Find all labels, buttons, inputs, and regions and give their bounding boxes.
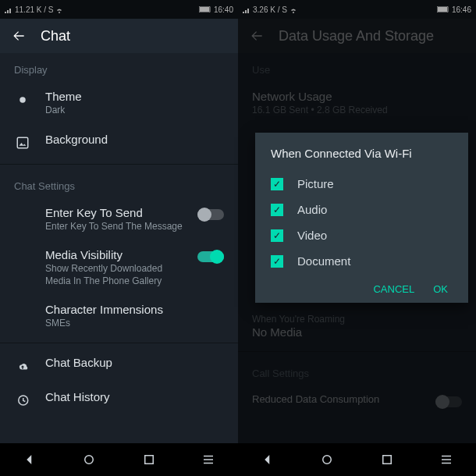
- chat-history-item[interactable]: Chat History: [0, 382, 238, 417]
- chat-backup-item[interactable]: Chat Backup: [0, 348, 238, 382]
- option-video[interactable]: ✓ Video: [271, 222, 453, 248]
- navigation-bar: [238, 443, 476, 476]
- battery-icon: [199, 6, 211, 12]
- chat-section-label: Chat Settings: [0, 169, 238, 198]
- wifi-icon: [55, 5, 63, 13]
- nav-menu-icon[interactable]: [439, 453, 453, 467]
- divider: [0, 164, 238, 165]
- svg-rect-9: [382, 456, 391, 464]
- navigation-bar: [0, 443, 238, 476]
- option-label: Picture: [297, 177, 334, 190]
- theme-item[interactable]: Theme Dark: [0, 82, 238, 125]
- wallpaper-icon: [14, 134, 31, 151]
- wifi-autodownload-dialog: When Connected Via Wi-Fi ✓ Picture ✓ Aud…: [255, 133, 468, 303]
- theme-value: Dark: [45, 105, 224, 117]
- battery-icon: [437, 6, 449, 12]
- checkbox-icon[interactable]: ✓: [271, 204, 283, 216]
- enter-key-title: Enter Key To Send: [45, 206, 183, 219]
- signal-icon: [243, 5, 250, 13]
- nav-home-icon[interactable]: [320, 453, 334, 467]
- nav-home-icon[interactable]: [82, 453, 96, 467]
- svg-rect-1: [200, 7, 209, 12]
- status-bar: 11.21 K / S 16:40: [0, 0, 238, 19]
- nav-recent-icon[interactable]: [380, 453, 394, 467]
- nav-menu-icon[interactable]: [201, 453, 215, 467]
- checkbox-icon[interactable]: ✓: [271, 229, 283, 242]
- nav-back-icon[interactable]: [261, 453, 275, 467]
- svg-point-2: [20, 97, 26, 103]
- status-bar: 3.26 K / S 16:46: [238, 0, 476, 19]
- clock: 16:46: [452, 5, 471, 14]
- divider: [0, 343, 238, 343]
- option-label: Audio: [297, 203, 327, 216]
- svg-point-8: [323, 456, 332, 464]
- net-speed: 3.26 K / S: [253, 5, 287, 14]
- character-title: Character Immensions: [45, 303, 224, 316]
- enter-key-item[interactable]: Enter Key To Send Enter Key To Send The …: [0, 198, 238, 241]
- nav-back-icon[interactable]: [23, 453, 37, 467]
- cloud-upload-icon: [14, 357, 31, 375]
- option-label: Document: [297, 254, 350, 268]
- cancel-button[interactable]: CANCEL: [373, 283, 414, 295]
- chat-settings-screen: 11.21 K / S 16:40 Chat Display Theme Dar…: [0, 0, 238, 476]
- option-document[interactable]: ✓ Document: [271, 248, 453, 274]
- character-item[interactable]: Character Immensions SMEs: [0, 295, 238, 338]
- checkbox-icon[interactable]: ✓: [271, 255, 283, 268]
- option-audio[interactable]: ✓ Audio: [271, 197, 453, 222]
- media-visibility-title: Media Visibility: [45, 248, 183, 261]
- media-visibility-item[interactable]: Media Visibility Show Recently Downloade…: [0, 240, 238, 295]
- net-speed: 11.21 K / S: [15, 5, 53, 14]
- nav-recent-icon[interactable]: [142, 453, 156, 467]
- back-arrow-icon[interactable]: [11, 28, 27, 44]
- display-section-label: Display: [0, 53, 238, 82]
- svg-rect-5: [144, 456, 153, 464]
- media-visibility-toggle[interactable]: [197, 251, 224, 262]
- option-label: Video: [297, 229, 327, 242]
- clock: 16:40: [214, 5, 233, 14]
- media-visibility-sub: Show Recently Downloaded Media In The Ph…: [45, 263, 183, 287]
- svg-rect-7: [438, 7, 447, 12]
- signal-icon: [5, 5, 12, 13]
- dialog-title: When Connected Via Wi-Fi: [271, 147, 453, 160]
- enter-key-sub: Enter Key To Send The Message: [45, 221, 183, 233]
- option-picture[interactable]: ✓ Picture: [271, 171, 453, 197]
- ok-button[interactable]: OK: [433, 283, 448, 295]
- app-bar: Chat: [0, 19, 238, 53]
- wifi-icon: [290, 5, 297, 13]
- character-sub: SMEs: [45, 318, 224, 330]
- svg-point-4: [85, 456, 94, 464]
- chat-backup-label: Chat Backup: [45, 356, 224, 369]
- page-title: Chat: [41, 28, 70, 44]
- background-item[interactable]: Background: [0, 125, 238, 159]
- theme-label: Theme: [45, 90, 224, 103]
- data-usage-screen: 3.26 K / S 16:46 Data Usage And Storage …: [238, 0, 476, 476]
- history-icon: [14, 392, 31, 409]
- svg-rect-3: [17, 137, 28, 148]
- theme-icon: [14, 91, 31, 108]
- enter-key-toggle[interactable]: [197, 209, 224, 220]
- checkbox-icon[interactable]: ✓: [271, 178, 283, 190]
- chat-history-label: Chat History: [45, 390, 224, 403]
- background-label: Background: [45, 133, 224, 146]
